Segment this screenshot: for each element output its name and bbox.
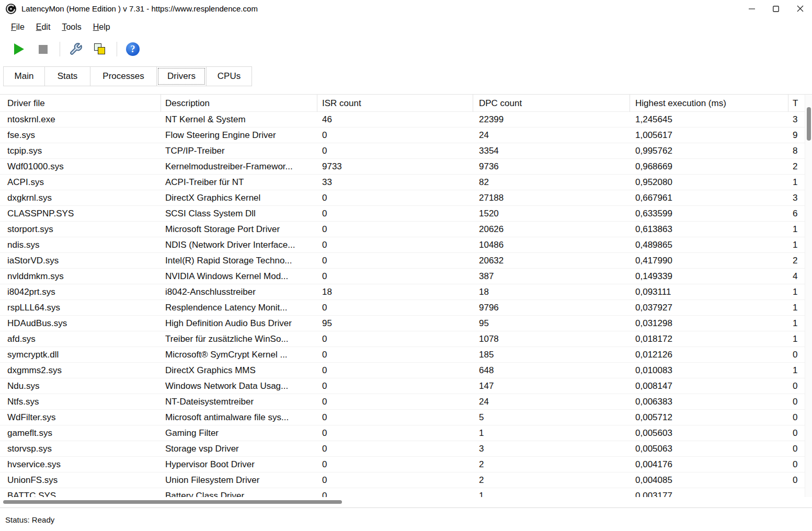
- table-row[interactable]: nvlddmkm.sys NVIDIA Windows Kernel Mod..…: [0, 269, 805, 284]
- table-row[interactable]: ndis.sys NDIS (Network Driver Interface.…: [0, 237, 805, 253]
- cell-highest-execution: 0,995762: [630, 143, 788, 159]
- menu-tools[interactable]: Tools: [56, 21, 87, 33]
- table-row[interactable]: BATTC.SYS Battery Class Driver 0 1 0,003…: [0, 488, 805, 498]
- cell-description: Union Filesystem Driver: [161, 472, 317, 488]
- tab-processes[interactable]: Processes: [90, 66, 157, 86]
- cell-highest-execution: 0,003177: [630, 488, 788, 498]
- options-button[interactable]: [66, 40, 85, 59]
- cell-dpc-count: 2: [473, 472, 630, 488]
- cell-description: Windows Network Data Usag...: [161, 378, 317, 394]
- horizontal-scrollbar-thumb[interactable]: [3, 500, 342, 504]
- cell-dpc-count: 2: [473, 457, 630, 472]
- cell-isr-count: 0: [317, 410, 473, 425]
- table-row[interactable]: WdFilter.sys Microsoft antimalware file …: [0, 410, 805, 425]
- tab-drivers[interactable]: Drivers: [156, 66, 207, 86]
- column-header-dpc-count[interactable]: DPC count: [473, 95, 630, 112]
- tabstrip: Main Stats Processes Drivers CPUs: [0, 61, 812, 94]
- cell-driver-file: ntoskrnl.exe: [0, 112, 161, 128]
- help-button[interactable]: ?: [123, 40, 142, 59]
- vertical-scrollbar-thumb[interactable]: [807, 107, 811, 141]
- cell-driver-file: fse.sys: [0, 128, 161, 143]
- horizontal-scrollbar[interactable]: [0, 497, 812, 507]
- stop-monitor-button[interactable]: [33, 40, 52, 59]
- copy-report-button[interactable]: [90, 40, 109, 59]
- cell-driver-file: Wdf01000.sys: [0, 159, 161, 175]
- table-row[interactable]: ntoskrnl.exe NT Kernel & System 46 22399…: [0, 112, 805, 128]
- table-row[interactable]: dxgkrnl.sys DirectX Graphics Kernel 0 27…: [0, 190, 805, 206]
- cell-driver-file: nvlddmkm.sys: [0, 269, 161, 284]
- cell-isr-count: 0: [317, 488, 473, 498]
- cell-highest-execution: 0,004176: [630, 457, 788, 472]
- table-row[interactable]: i8042prt.sys i8042-Anschlusstreiber 18 1…: [0, 284, 805, 300]
- column-header-total-execution[interactable]: T: [788, 95, 805, 112]
- cell-isr-count: 0: [317, 269, 473, 284]
- stop-icon: [39, 45, 48, 54]
- cell-description: Resplendence Latency Monit...: [161, 300, 317, 316]
- table-row[interactable]: fse.sys Flow Steering Engine Driver 0 24…: [0, 128, 805, 143]
- cell-description: Intel(R) Rapid Storage Techno...: [161, 253, 317, 269]
- help-icon: ?: [126, 42, 140, 56]
- cell-driver-file: ndis.sys: [0, 237, 161, 253]
- table-row[interactable]: Wdf01000.sys Kernelmodustreiber-Framewor…: [0, 159, 805, 175]
- cell-total-execution: 1: [788, 284, 805, 300]
- maximize-button[interactable]: [764, 0, 788, 17]
- minimize-button[interactable]: [740, 0, 764, 17]
- menu-file[interactable]: File: [5, 21, 30, 33]
- cell-total-execution: [788, 488, 805, 498]
- tab-main[interactable]: Main: [3, 66, 45, 86]
- table-row[interactable]: storport.sys Microsoft Storage Port Driv…: [0, 222, 805, 237]
- table-row[interactable]: iaStorVD.sys Intel(R) Rapid Storage Tech…: [0, 253, 805, 269]
- column-header-highest-execution[interactable]: Highest execution (ms): [630, 95, 788, 112]
- column-header-description[interactable]: Description: [161, 95, 317, 112]
- table-row[interactable]: CLASSPNP.SYS SCSI Class System Dll 0 152…: [0, 206, 805, 222]
- cell-highest-execution: 0,037927: [630, 300, 788, 316]
- column-header-driver-file[interactable]: Driver file: [0, 95, 161, 112]
- cell-isr-count: 0: [317, 128, 473, 143]
- toolbar-separator: [117, 42, 117, 56]
- cell-dpc-count: 22399: [473, 112, 630, 128]
- cell-highest-execution: 0,149339: [630, 269, 788, 284]
- vertical-scrollbar[interactable]: [805, 95, 812, 498]
- cell-driver-file: BATTC.SYS: [0, 488, 161, 498]
- cell-driver-file: CLASSPNP.SYS: [0, 206, 161, 222]
- cell-driver-file: dxgmms2.sys: [0, 363, 161, 378]
- table-row[interactable]: Ndu.sys Windows Network Data Usag... 0 1…: [0, 378, 805, 394]
- table-row[interactable]: symcryptk.dll Microsoft® SymCrypt Kernel…: [0, 347, 805, 363]
- cell-description: NDIS (Network Driver Interface...: [161, 237, 317, 253]
- window-title: LatencyMon (Home Edition ) v 7.31 - http…: [21, 4, 258, 13]
- table-row[interactable]: dxgmms2.sys DirectX Graphics MMS 0 648 0…: [0, 363, 805, 378]
- close-button[interactable]: [788, 0, 812, 17]
- latencymon-window: LatencyMon (Home Edition ) v 7.31 - http…: [0, 0, 812, 531]
- menu-edit[interactable]: Edit: [30, 21, 56, 33]
- cell-isr-count: 0: [317, 206, 473, 222]
- column-header-isr-count[interactable]: ISR count: [317, 95, 473, 112]
- table-row[interactable]: tcpip.sys TCP/IP-Treiber 0 3354 0,995762…: [0, 143, 805, 159]
- cell-description: NT-Dateisystemtreiber: [161, 394, 317, 410]
- menu-help[interactable]: Help: [87, 21, 116, 33]
- cell-dpc-count: 1: [473, 488, 630, 498]
- table-row[interactable]: gameflt.sys Gaming Filter 0 1 0,005603 0: [0, 425, 805, 441]
- table-row[interactable]: hvservice.sys Hypervisor Boot Driver 0 2…: [0, 457, 805, 472]
- table-row[interactable]: storvsp.sys Storage vsp Driver 0 3 0,005…: [0, 441, 805, 457]
- cell-total-execution: 3: [788, 190, 805, 206]
- cell-dpc-count: 27188: [473, 190, 630, 206]
- cell-description: Gaming Filter: [161, 425, 317, 441]
- cell-description: NVIDIA Windows Kernel Mod...: [161, 269, 317, 284]
- cell-description: i8042-Anschlusstreiber: [161, 284, 317, 300]
- start-monitor-button[interactable]: [9, 40, 28, 59]
- cell-isr-count: 46: [317, 112, 473, 128]
- tab-stats[interactable]: Stats: [44, 66, 90, 86]
- table-row[interactable]: UnionFS.sys Union Filesystem Driver 0 2 …: [0, 472, 805, 488]
- cell-driver-file: storvsp.sys: [0, 441, 161, 457]
- cell-dpc-count: 1520: [473, 206, 630, 222]
- table-row[interactable]: HDAudBus.sys High Definition Audio Bus D…: [0, 316, 805, 331]
- table-row[interactable]: rspLLL64.sys Resplendence Latency Monit.…: [0, 300, 805, 316]
- table-row[interactable]: ACPI.sys ACPI-Treiber für NT 33 82 0,952…: [0, 175, 805, 190]
- table-row[interactable]: afd.sys Treiber für zusätzliche WinSo...…: [0, 331, 805, 347]
- tab-cpus[interactable]: CPUs: [206, 66, 252, 86]
- table-row[interactable]: Ntfs.sys NT-Dateisystemtreiber 0 24 0,00…: [0, 394, 805, 410]
- cell-highest-execution: 0,667961: [630, 190, 788, 206]
- cell-isr-count: 0: [317, 363, 473, 378]
- drivers-table: Driver file Description ISR count DPC co…: [0, 94, 812, 507]
- cell-highest-execution: 1,245645: [630, 112, 788, 128]
